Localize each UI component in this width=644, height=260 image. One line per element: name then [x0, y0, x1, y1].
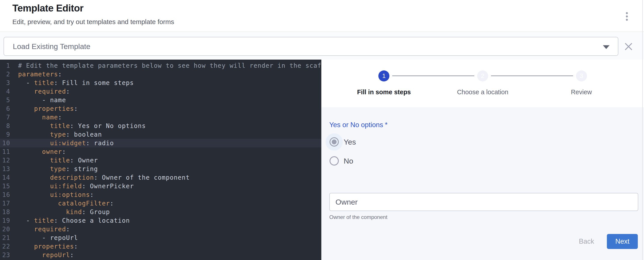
code-line-text: # Edit the template parameters below to …: [10, 61, 321, 70]
code-line-text: properties:: [10, 242, 78, 251]
code-line-text: type: boolean: [10, 130, 102, 139]
overflow-menu-button[interactable]: [620, 7, 634, 25]
step-label: Review: [571, 88, 592, 96]
code-editor[interactable]: 1# Edit the template parameters below to…: [0, 60, 321, 260]
step-label: Choose a location: [457, 88, 508, 96]
code-line[interactable]: 4 required:: [0, 87, 321, 96]
field-label-yes-or-no: Yes or No options*: [329, 121, 638, 129]
code-line[interactable]: 16 ui:options:: [0, 191, 321, 199]
code-line[interactable]: 7 name:: [0, 113, 321, 122]
code-line[interactable]: 13 type: string: [0, 165, 321, 173]
close-editor-button[interactable]: [623, 41, 634, 52]
line-number: 14: [0, 173, 10, 182]
code-line[interactable]: 20 required:: [0, 225, 321, 234]
code-line[interactable]: 14 description: Owner of the component: [0, 173, 321, 182]
template-toolbar: Load Existing Template: [0, 32, 644, 60]
line-number: 20: [0, 225, 10, 234]
load-template-select-value: Load Existing Template: [13, 42, 90, 51]
code-line-text: type: string: [10, 165, 98, 173]
code-line[interactable]: 6 properties:: [0, 104, 321, 113]
radio-group: Yes No: [326, 132, 638, 170]
stepper: 1 Fill in some steps 2 Choose a location…: [321, 60, 644, 107]
code-line-text: title: Yes or No options: [10, 122, 146, 130]
step-indicator: 2: [477, 70, 488, 81]
form-footer: Back Next: [329, 234, 638, 249]
stepper-step-3: 3 Review: [532, 60, 631, 107]
code-line-text: owner:: [10, 147, 66, 156]
line-number: 3: [0, 79, 10, 87]
code-line[interactable]: 5 - name: [0, 96, 321, 104]
code-line-text: required:: [10, 225, 70, 234]
code-line-text: required:: [10, 87, 70, 96]
code-line[interactable]: 2parameters:: [0, 70, 321, 79]
line-number: 6: [0, 104, 10, 113]
code-line[interactable]: 17 catalogFilter:: [0, 199, 321, 208]
code-line-text: description: Owner of the component: [10, 173, 190, 182]
template-preview-panel: 1 Fill in some steps 2 Choose a location…: [321, 60, 644, 260]
code-line-text: kind: Group: [10, 208, 110, 216]
required-asterisk: *: [385, 121, 388, 129]
line-number: 18: [0, 208, 10, 216]
line-number: 10: [0, 139, 10, 147]
line-number: 13: [0, 165, 10, 173]
code-line[interactable]: 19 - title: Choose a location: [0, 216, 321, 225]
code-line-text: properties:: [10, 104, 78, 113]
kebab-vertical-icon: [626, 19, 628, 21]
code-line[interactable]: 11 owner:: [0, 147, 321, 156]
code-line[interactable]: 10 ui:widget: radio: [0, 139, 321, 147]
code-line[interactable]: 18 kind: Group: [0, 208, 321, 216]
line-number: 22: [0, 242, 10, 251]
stepper-step-2: 2 Choose a location: [434, 60, 532, 107]
code-lines: 1# Edit the template parameters below to…: [0, 61, 321, 259]
step-connector: [491, 75, 573, 76]
code-line[interactable]: 3 - title: Fill in some steps: [0, 79, 321, 87]
line-number: 19: [0, 216, 10, 225]
line-number: 7: [0, 113, 10, 122]
panel-right-border: [642, 0, 643, 260]
stepper-step-1: 1 Fill in some steps: [334, 60, 434, 107]
code-line-text: - repoUrl: [10, 234, 78, 242]
line-number: 9: [0, 130, 10, 139]
page-title: Template Editor: [12, 3, 84, 14]
code-line[interactable]: 9 type: boolean: [0, 130, 321, 139]
page-subtitle: Edit, preview, and try out templates and…: [12, 18, 174, 26]
code-line-text: ui:field: OwnerPicker: [10, 182, 134, 191]
code-line[interactable]: 8 title: Yes or No options: [0, 122, 321, 130]
line-number: 11: [0, 147, 10, 156]
code-line-text: ui:options:: [10, 191, 94, 199]
line-number: 12: [0, 156, 10, 165]
load-template-select[interactable]: Load Existing Template: [4, 37, 618, 56]
line-number: 5: [0, 96, 10, 104]
radio-selected-icon: [326, 133, 343, 151]
radio-option-yes[interactable]: Yes: [326, 132, 638, 151]
line-number: 16: [0, 191, 10, 199]
code-line-text: title: Owner: [10, 156, 98, 165]
back-button[interactable]: Back: [572, 234, 601, 249]
code-line-text: name:: [10, 113, 62, 122]
code-line[interactable]: 21 - repoUrl: [0, 234, 321, 242]
owner-field-wrap: Owner of the component: [329, 193, 638, 220]
line-number: 2: [0, 70, 10, 79]
next-button[interactable]: Next: [607, 234, 638, 249]
line-number: 15: [0, 182, 10, 191]
owner-input[interactable]: [329, 193, 638, 211]
code-line[interactable]: 12 title: Owner: [0, 156, 321, 165]
step-indicator: 1: [378, 70, 390, 81]
code-line-text: - name: [10, 96, 66, 104]
code-line-text: - title: Fill in some steps: [10, 79, 134, 87]
step-connector: [392, 75, 474, 76]
code-line[interactable]: 22 properties:: [0, 242, 321, 251]
line-number: 21: [0, 234, 10, 242]
code-line[interactable]: 15 ui:field: OwnerPicker: [0, 182, 321, 191]
page-header: Template Editor Edit, preview, and try o…: [0, 0, 644, 32]
code-line[interactable]: 23 repoUrl:: [0, 251, 321, 259]
template-form: Yes or No options* Yes No O: [321, 107, 644, 260]
close-icon: [624, 42, 633, 51]
line-number: 1: [0, 61, 10, 70]
owner-helper-text: Owner of the component: [329, 214, 638, 220]
step-label: Fill in some steps: [357, 88, 411, 96]
code-line[interactable]: 1# Edit the template parameters below to…: [0, 61, 321, 70]
code-line-text: parameters:: [10, 70, 62, 79]
radio-option-no[interactable]: No: [326, 151, 638, 170]
code-line-text: ui:widget: radio: [10, 139, 114, 147]
